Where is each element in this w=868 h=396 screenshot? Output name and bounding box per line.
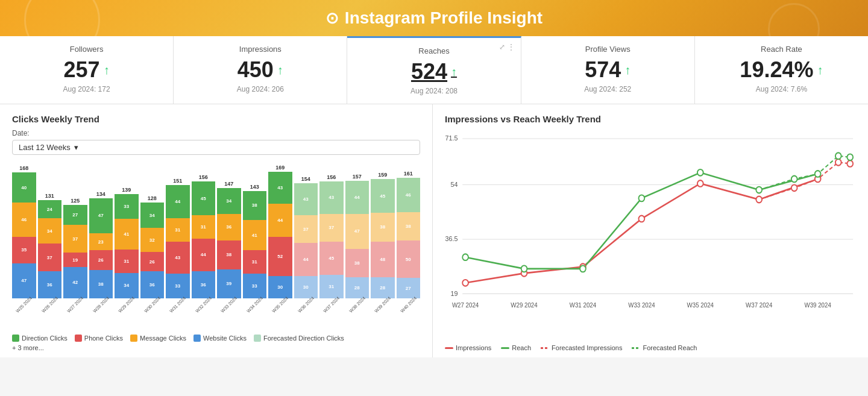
svg-point-12 bbox=[697, 180, 703, 187]
reach-rate-arrow: ↑ bbox=[817, 63, 823, 77]
bar-segment-message: 32 bbox=[140, 228, 165, 252]
bar-segment-website: 34 bbox=[115, 273, 139, 298]
bar-segment-phone: 43 bbox=[166, 242, 190, 274]
profile-views-arrow: ↑ bbox=[624, 63, 631, 77]
bar-segment-website: 36 bbox=[192, 271, 216, 298]
bar-segment-website: 33 bbox=[243, 274, 267, 298]
impressions-line-dot bbox=[445, 347, 453, 349]
bar-segment-message: 37 bbox=[319, 214, 344, 242]
svg-point-22 bbox=[791, 185, 797, 192]
bar-segment-direction: 43 bbox=[268, 172, 292, 204]
bar-group-W302024: 12834322636 bbox=[140, 195, 165, 298]
impressions-label: Impressions bbox=[186, 45, 335, 54]
bar-group-W352024: 16943445230 bbox=[268, 165, 292, 298]
date-label: Date: bbox=[12, 129, 420, 137]
bar-segment-direction: 34 bbox=[140, 203, 165, 228]
bar-segment-phone: 38 bbox=[345, 249, 370, 277]
page-header: ⊙ Instagram Profile Insight bbox=[0, 0, 868, 36]
legend-website-clicks: Website Clicks bbox=[193, 335, 247, 342]
bar-segment-message: 47 bbox=[345, 214, 370, 249]
svg-text:36.5: 36.5 bbox=[445, 235, 458, 243]
bar-group-W292024: 13933413134 bbox=[115, 187, 139, 298]
reach-rate-sub: Aug 2024: 7.6% bbox=[707, 85, 856, 93]
phone-clicks-dot bbox=[75, 335, 82, 342]
line-chart: 71.5 54 36.5 19 bbox=[445, 129, 856, 341]
impressions-value: 450 ↑ bbox=[186, 57, 335, 83]
svg-point-26 bbox=[835, 152, 841, 159]
profile-views-label: Profile Views bbox=[533, 45, 682, 54]
bar-segment-website: 33 bbox=[166, 274, 190, 298]
expand-icon[interactable]: ⤢ bbox=[499, 43, 505, 51]
metric-followers: Followers 257 ↑ Aug 2024: 172 bbox=[0, 36, 174, 104]
bar-segment-message: 37 bbox=[63, 225, 87, 253]
bar-segment-direction: 44 bbox=[166, 185, 190, 218]
right-legend: Impressions Reach Forecasted Impressions… bbox=[445, 344, 856, 351]
bar-group-W322024: 15645314436 bbox=[192, 174, 216, 298]
bar-segment-message: 37 bbox=[294, 215, 318, 243]
svg-text:W31 2024: W31 2024 bbox=[570, 301, 597, 308]
bar-chart-container: 1684046354713124343736125273719421344723… bbox=[12, 161, 420, 330]
bar-segment-phone: 38 bbox=[217, 240, 241, 269]
svg-text:W37 2024: W37 2024 bbox=[746, 301, 773, 308]
reach-line-dot bbox=[501, 347, 509, 349]
bar-segment-direction: 47 bbox=[89, 198, 113, 233]
bar-group-W362024: 15443374430 bbox=[294, 176, 318, 298]
direction-clicks-dot bbox=[12, 335, 19, 342]
bar-segment-message: 38 bbox=[397, 212, 421, 240]
bar-group-W382024: 15744473828 bbox=[345, 174, 370, 298]
bar-segment-message: 31 bbox=[166, 218, 190, 242]
svg-point-13 bbox=[756, 196, 762, 203]
bar-segment-direction: 43 bbox=[319, 181, 344, 213]
reaches-arrow: ↑ bbox=[451, 65, 457, 79]
bar-segment-phone: 31 bbox=[115, 250, 139, 273]
bar-segment-message: 23 bbox=[89, 233, 113, 251]
svg-point-25 bbox=[791, 176, 797, 183]
bar-segment-direction: 44 bbox=[345, 181, 370, 214]
bar-segment-direction: 46 bbox=[397, 178, 421, 212]
svg-point-18 bbox=[639, 195, 645, 202]
impressions-sub: Aug 2024: 206 bbox=[186, 85, 335, 93]
followers-sub: Aug 2024: 172 bbox=[12, 85, 161, 93]
bar-segment-message: 41 bbox=[243, 220, 267, 251]
bar-segment-message: 44 bbox=[268, 204, 292, 237]
bar-segment-message: 41 bbox=[115, 219, 139, 250]
profile-views-sub: Aug 2024: 252 bbox=[533, 85, 682, 93]
svg-text:19: 19 bbox=[451, 289, 458, 297]
metric-reach-rate: Reach Rate 19.24% ↑ Aug 2024: 7.6% bbox=[695, 36, 868, 104]
svg-point-11 bbox=[639, 216, 645, 222]
bar-segment-direction: 45 bbox=[371, 179, 395, 213]
bar-segment-direction: 27 bbox=[63, 205, 87, 225]
bar-segment-phone: 37 bbox=[38, 244, 62, 271]
bar-segment-direction: 34 bbox=[217, 188, 241, 213]
more-icon[interactable]: ⋮ bbox=[508, 43, 515, 51]
bar-segment-direction: 43 bbox=[294, 183, 318, 215]
svg-point-19 bbox=[697, 169, 703, 176]
left-panel: Clicks Weekly Trend Date: Last 12 Weeks … bbox=[0, 104, 433, 357]
bar-segment-website: 36 bbox=[140, 271, 165, 298]
bar-group-W402024: 16146385027 bbox=[397, 171, 421, 298]
metrics-row: Followers 257 ↑ Aug 2024: 172 Impression… bbox=[0, 36, 868, 104]
followers-value: 257 ↑ bbox=[12, 57, 161, 83]
svg-point-24 bbox=[847, 160, 853, 167]
bar-legend: Direction Clicks Phone Clicks Message Cl… bbox=[12, 335, 420, 342]
bar-segment-website: 28 bbox=[345, 277, 370, 298]
forecasted-reach-dot bbox=[632, 347, 640, 349]
bar-chart: 1684046354713124343736125273719421344723… bbox=[12, 167, 420, 300]
bar-segment-direction: 45 bbox=[192, 181, 216, 215]
instagram-icon: ⊙ bbox=[326, 9, 339, 28]
followers-arrow: ↑ bbox=[104, 63, 110, 77]
bar-segment-phone: 26 bbox=[89, 250, 113, 269]
bar-segment-phone: 19 bbox=[63, 253, 87, 267]
bar-segment-message: 38 bbox=[371, 213, 395, 241]
bar-segment-direction: 40 bbox=[12, 172, 36, 203]
chevron-down-icon: ▾ bbox=[74, 143, 78, 152]
x-axis: W25 2024W26 2024W27 2024W28 2024W29 2024… bbox=[12, 302, 420, 307]
reaches-icons: ⤢ ⋮ bbox=[499, 43, 515, 51]
bar-segment-phone: 45 bbox=[319, 242, 344, 275]
legend-forecasted-reach: Forecasted Reach bbox=[632, 344, 697, 351]
svg-text:W39 2024: W39 2024 bbox=[804, 301, 831, 308]
date-select[interactable]: Last 12 Weeks ▾ bbox=[12, 140, 420, 155]
bar-segment-phone: 44 bbox=[192, 239, 216, 272]
header-title: ⊙ Instagram Profile Insight bbox=[0, 8, 868, 28]
bar-segment-message: 34 bbox=[38, 218, 62, 244]
